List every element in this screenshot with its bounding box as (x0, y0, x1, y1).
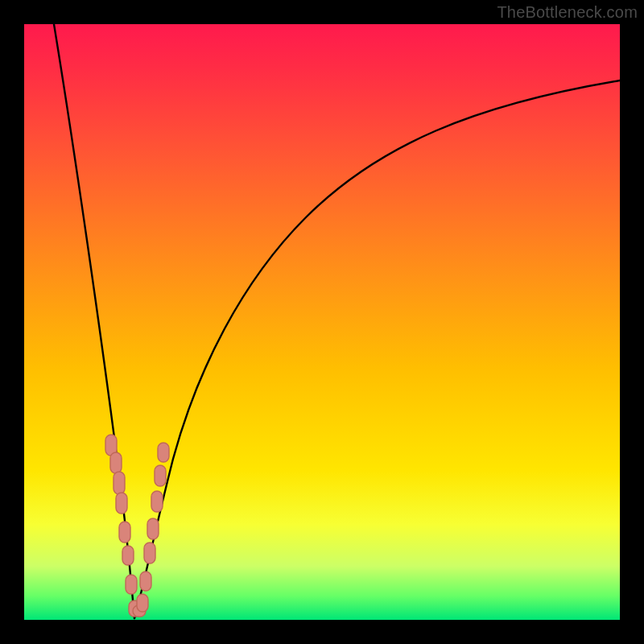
watermark-text: TheBottleneck.com (497, 3, 638, 22)
marker (110, 452, 122, 473)
marker (155, 465, 166, 486)
plot-area (24, 24, 620, 620)
curve-layer (24, 24, 620, 620)
marker (137, 594, 148, 612)
marker (151, 491, 163, 512)
marker (114, 472, 125, 494)
marker (158, 443, 169, 462)
marker (147, 518, 159, 539)
chart-frame: TheBottleneck.com (0, 0, 644, 644)
marker (144, 543, 155, 564)
marker (119, 522, 130, 543)
bottleneck-curve-right (134, 80, 620, 618)
marker-cluster (105, 435, 169, 617)
marker (116, 493, 127, 514)
marker (140, 572, 151, 591)
marker (122, 546, 134, 565)
marker (126, 575, 137, 594)
